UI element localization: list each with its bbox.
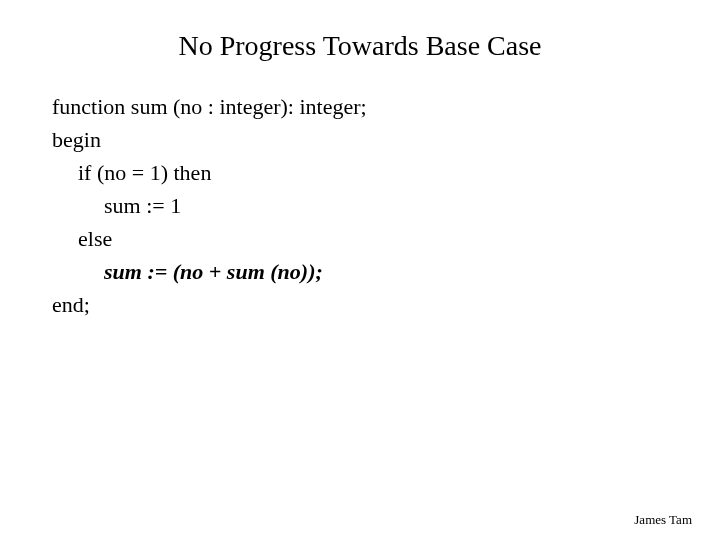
slide-title: No Progress Towards Base Case [0, 0, 720, 90]
code-line-if: if (no = 1) then [52, 156, 720, 189]
code-line-end: end; [52, 288, 720, 321]
code-line-sum-recursive: sum := (no + sum (no)); [52, 255, 720, 288]
code-line-else: else [52, 222, 720, 255]
footer-author: James Tam [634, 512, 692, 528]
code-line-function: function sum (no : integer): integer; [52, 90, 720, 123]
code-line-sum1: sum := 1 [52, 189, 720, 222]
code-line-begin: begin [52, 123, 720, 156]
code-block: function sum (no : integer): integer; be… [0, 90, 720, 321]
